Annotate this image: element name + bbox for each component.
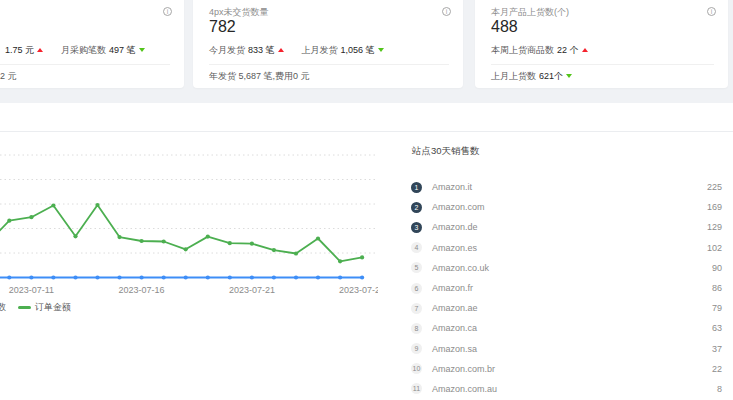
data-point	[7, 219, 11, 223]
listing-last-month-stat: 上月上货数621个	[491, 70, 572, 83]
rank-badge: 9	[411, 343, 422, 354]
card-divider	[209, 64, 449, 65]
rank-badge: 7	[411, 303, 422, 314]
site-name: Amazon.com.au	[432, 384, 497, 394]
site-name: Amazon.ae	[432, 303, 478, 313]
x-axis-label: 2023-07-11	[9, 285, 54, 295]
orders-line-chart[interactable]: 2023-07-112023-07-162023-07-212023-07-26	[0, 135, 378, 298]
card-value: 782	[209, 18, 236, 36]
data-point	[29, 275, 33, 279]
trend-down-icon	[566, 74, 572, 78]
data-point	[140, 239, 144, 243]
data-point	[250, 242, 254, 246]
data-point	[228, 275, 232, 279]
data-point	[73, 234, 77, 238]
purchase-stat-card: i 1.75 元 月采购笔数497 笔 2 元	[0, 0, 184, 88]
site-count: 63	[712, 323, 722, 333]
rank-badge: 5	[411, 262, 422, 273]
shipping-stat-card: 4px未交货数量 i 782 今月发货833 笔 上月发货1,056 笔 年发货…	[193, 0, 463, 88]
site-name: Amazon.ca	[432, 323, 477, 333]
data-point	[184, 275, 188, 279]
site-name: Amazon.de	[432, 222, 478, 232]
site-row: 9Amazon.sa37	[411, 339, 722, 359]
panel-header-divider	[0, 131, 733, 132]
data-point	[228, 241, 232, 245]
site-count: 102	[707, 243, 722, 253]
info-circle-icon[interactable]: i	[163, 7, 172, 16]
data-point	[117, 275, 121, 279]
info-circle-icon[interactable]: i	[707, 7, 716, 16]
site-row: 5Amazon.co.uk90	[411, 258, 722, 278]
data-point	[272, 275, 276, 279]
card-value: 488	[491, 18, 518, 36]
site-count: 90	[712, 263, 722, 273]
purchase-year-stat: 2 元	[0, 70, 17, 83]
data-point	[316, 275, 320, 279]
data-point	[360, 275, 364, 279]
site-row: 8Amazon.ca63	[411, 318, 722, 338]
site-name: Amazon.com	[432, 202, 485, 212]
trend-down-icon	[139, 48, 145, 52]
data-point	[338, 275, 342, 279]
site-row: 2Amazon.com169	[411, 197, 722, 217]
rank-badge: 2	[411, 202, 422, 213]
data-point	[162, 239, 166, 243]
data-point	[51, 275, 55, 279]
site-ranking-title: 站点30天销售数	[412, 145, 480, 158]
site-count: 129	[707, 222, 722, 232]
rank-badge: 8	[411, 323, 422, 334]
data-point	[360, 255, 364, 259]
shipping-this-month-stat: 今月发货833 笔	[209, 44, 284, 57]
data-point	[73, 275, 77, 279]
rank-badge: 1	[411, 182, 422, 193]
purchase-count-stat: 月采购笔数497 笔	[61, 44, 145, 57]
data-point	[7, 275, 11, 279]
purchase-month-stats: 1.75 元 月采购笔数497 笔	[2, 44, 145, 57]
trend-up-icon	[278, 48, 284, 52]
data-point	[95, 275, 99, 279]
data-point	[95, 203, 99, 207]
site-name: Amazon.it	[432, 182, 472, 192]
site-row: 4Amazon.es102	[411, 238, 722, 258]
listing-week-stats: 本周上货商品数22 个	[491, 44, 588, 57]
site-row: 10Amazon.com.br22	[411, 359, 722, 379]
trend-down-icon	[378, 48, 384, 52]
data-point	[140, 275, 144, 279]
data-point	[294, 275, 298, 279]
rank-badge: 4	[411, 242, 422, 253]
rank-badge: 3	[411, 222, 422, 233]
legend-item-amount[interactable]: 订单金额	[18, 301, 71, 314]
rank-badge: 6	[411, 283, 422, 294]
data-point	[206, 275, 210, 279]
data-point	[206, 235, 210, 239]
x-axis-label: 2023-07-16	[119, 285, 165, 295]
info-circle-icon[interactable]: i	[442, 7, 451, 16]
site-count: 169	[707, 202, 722, 212]
data-point	[184, 247, 188, 251]
data-point	[250, 275, 254, 279]
purchase-amount-stat: 1.75 元	[2, 44, 43, 57]
data-point	[29, 215, 33, 219]
site-count: 22	[712, 364, 722, 374]
data-point	[316, 236, 320, 240]
legend-item-orders[interactable]: 订单数	[0, 301, 6, 314]
site-row: 3Amazon.de129	[411, 217, 722, 237]
x-axis-label: 2023-07-21	[229, 285, 275, 295]
data-point	[117, 235, 121, 239]
listing-stat-card: 本月产品上货数(个) i 488 本周上货商品数22 个 上月上货数621个	[475, 0, 728, 88]
site-count: 37	[712, 344, 722, 354]
site-row: 1Amazon.it225	[411, 177, 722, 197]
shipping-month-stats: 今月发货833 笔 上月发货1,056 笔	[209, 44, 384, 57]
site-name: Amazon.sa	[432, 344, 477, 354]
site-row: 7Amazon.ae79	[411, 298, 722, 318]
data-point	[272, 248, 276, 252]
site-count: 225	[707, 182, 722, 192]
data-point	[162, 275, 166, 279]
chart-legend: 订单数 订单金额	[0, 301, 71, 314]
site-count: 86	[712, 283, 722, 293]
site-name: Amazon.es	[432, 243, 477, 253]
shipping-year-stat: 年发货 5,687 笔,费用0 元	[209, 70, 310, 83]
x-axis-label: 2023-07-26	[339, 285, 378, 295]
site-ranking-list: 1Amazon.it2252Amazon.com1693Amazon.de129…	[411, 177, 722, 399]
site-name: Amazon.fr	[432, 283, 473, 293]
